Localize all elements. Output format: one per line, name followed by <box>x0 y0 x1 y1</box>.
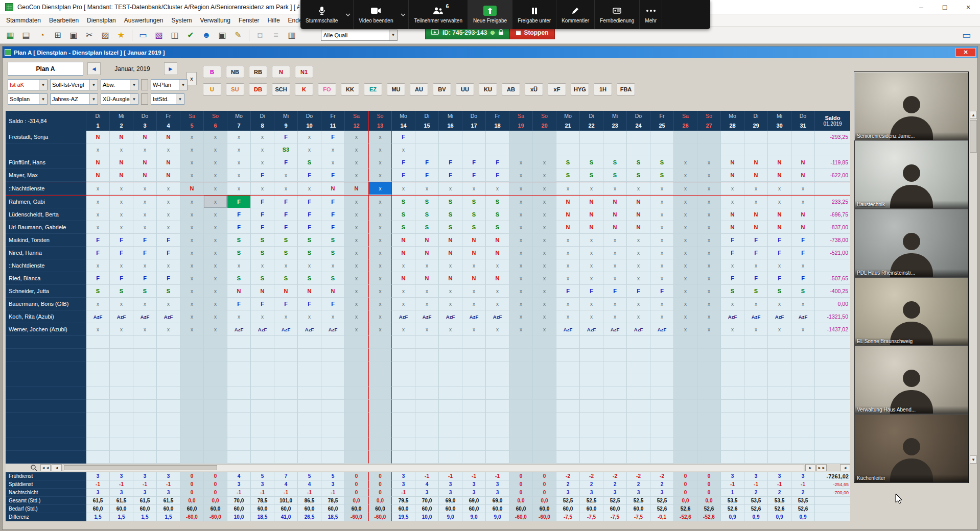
grid-cell[interactable]: F <box>439 169 462 182</box>
grid-cell[interactable]: N <box>86 131 110 143</box>
grid-cell[interactable] <box>509 374 533 387</box>
grid-cell[interactable]: N <box>603 208 627 221</box>
clipboard-icon[interactable]: ◫ <box>168 29 182 42</box>
grid-cell[interactable] <box>204 451 227 464</box>
grid-cell[interactable]: x <box>744 298 768 310</box>
grid-cell[interactable]: x <box>251 156 274 169</box>
grid-cell[interactable] <box>486 143 509 156</box>
grid-cell[interactable] <box>580 374 603 387</box>
grid-cell[interactable]: S <box>650 169 674 182</box>
grid-cell[interactable]: AzF <box>486 310 509 323</box>
grid-cell[interactable] <box>368 374 392 387</box>
grid-cell[interactable]: x <box>251 131 274 143</box>
grid-cell[interactable]: F <box>580 285 603 298</box>
check-icon[interactable]: ✔ <box>183 29 198 42</box>
grid-cell[interactable]: N <box>627 208 650 221</box>
grid-cell[interactable]: N <box>133 131 157 143</box>
grid-cell[interactable]: x <box>768 298 791 310</box>
grid-cell[interactable]: x <box>86 208 110 221</box>
grid-cell[interactable]: x <box>345 323 368 336</box>
grid-cell[interactable]: x <box>345 143 368 156</box>
grid-cell[interactable]: x <box>650 234 674 247</box>
grid-cell[interactable] <box>721 361 744 374</box>
video-tile[interactable]: Seniorenresidenz Jame... <box>854 72 968 140</box>
grid-cell[interactable]: x <box>650 182 674 195</box>
legend-n1-button[interactable]: N1 <box>295 66 313 78</box>
grid-cell[interactable] <box>556 361 580 374</box>
grid-cell[interactable]: x <box>180 310 204 323</box>
grid-cell[interactable]: x <box>368 143 392 156</box>
grid-cell[interactable] <box>627 438 650 451</box>
grid-cell[interactable] <box>721 131 744 143</box>
grid-cell[interactable]: x <box>674 310 697 323</box>
grid-cell[interactable]: x <box>345 310 368 323</box>
grid-cell[interactable] <box>721 387 744 400</box>
grid-cell[interactable] <box>415 361 439 374</box>
grid-cell[interactable]: N <box>580 208 603 221</box>
filter-xü-ausgleic-dropdown[interactable]: XÜ-Ausgleic▼ <box>101 93 138 105</box>
grid-cell[interactable] <box>791 425 815 438</box>
grid-cell[interactable]: x <box>180 131 204 143</box>
grid-cell[interactable]: x <box>368 247 392 259</box>
grid-cell[interactable]: x <box>180 298 204 310</box>
grid-cell[interactable]: x <box>368 208 392 221</box>
grid-cell[interactable]: F <box>86 247 110 259</box>
employee-name[interactable] <box>6 336 86 349</box>
grid-cell[interactable] <box>110 349 133 361</box>
vscroll-thumb[interactable] <box>970 120 977 153</box>
grid-cell[interactable] <box>133 374 157 387</box>
grid-cell[interactable]: x <box>86 143 110 156</box>
filter-abw-dropdown[interactable]: Abw.▼ <box>101 79 138 90</box>
grid-cell[interactable] <box>157 336 180 349</box>
grid-cell[interactable]: x <box>603 234 627 247</box>
grid-cell[interactable]: F <box>274 208 298 221</box>
grid-cell[interactable]: x <box>204 131 227 143</box>
grid-cell[interactable]: x <box>204 169 227 182</box>
grid-cell[interactable]: x <box>650 298 674 310</box>
grid-cell[interactable]: x <box>627 247 650 259</box>
grid-cell[interactable]: x <box>180 196 204 208</box>
grid-cell[interactable]: F <box>321 298 345 310</box>
grid-cell[interactable]: N <box>298 285 321 298</box>
grid-cell[interactable]: x <box>345 196 368 208</box>
grid-cell[interactable]: x <box>204 272 227 285</box>
grid-cell[interactable] <box>721 374 744 387</box>
grid-cell[interactable] <box>744 349 768 361</box>
grid-cell[interactable]: x <box>603 247 627 259</box>
grid-cell[interactable]: x <box>180 272 204 285</box>
grid-cell[interactable]: x <box>627 259 650 272</box>
grid-cell[interactable] <box>697 400 721 413</box>
grid-cell[interactable] <box>439 387 462 400</box>
filter-mini-button[interactable] <box>141 93 148 105</box>
grid-cell[interactable] <box>650 400 674 413</box>
grid-cell[interactable] <box>627 336 650 349</box>
video-tile[interactable]: Küchenleiter <box>854 414 968 482</box>
grid-cell[interactable]: F <box>274 196 298 208</box>
grid-cell[interactable]: x <box>650 310 674 323</box>
grid-cell[interactable]: S <box>556 169 580 182</box>
grid-cell[interactable]: x <box>345 234 368 247</box>
grid-cell[interactable] <box>486 336 509 349</box>
grid-cell[interactable] <box>697 425 721 438</box>
grid-cell[interactable] <box>533 400 556 413</box>
grid-cell[interactable]: x <box>368 221 392 234</box>
grid-cell[interactable]: x <box>650 272 674 285</box>
grid-cell[interactable]: S <box>392 196 415 208</box>
grid-cell[interactable] <box>180 451 204 464</box>
legend-xü-button[interactable]: xÜ <box>525 83 543 95</box>
grid-cell[interactable]: x <box>697 234 721 247</box>
meeting-mute-button[interactable]: Stummschalte <box>300 0 343 29</box>
grid-cell[interactable]: x <box>509 169 533 182</box>
grid-cell[interactable]: N <box>744 221 768 234</box>
grid-cell[interactable]: x <box>674 234 697 247</box>
grid-cell[interactable] <box>321 349 345 361</box>
grid-cell[interactable]: x <box>227 259 251 272</box>
grid-cell[interactable]: F <box>415 169 439 182</box>
grid-cell[interactable]: x <box>204 323 227 336</box>
grid-cell[interactable]: x <box>697 156 721 169</box>
grid-cell[interactable] <box>439 425 462 438</box>
grid-cell[interactable]: N <box>439 234 462 247</box>
grid-cell[interactable] <box>556 425 580 438</box>
grid-cell[interactable]: N <box>439 247 462 259</box>
grid-cell[interactable]: F <box>274 298 298 310</box>
